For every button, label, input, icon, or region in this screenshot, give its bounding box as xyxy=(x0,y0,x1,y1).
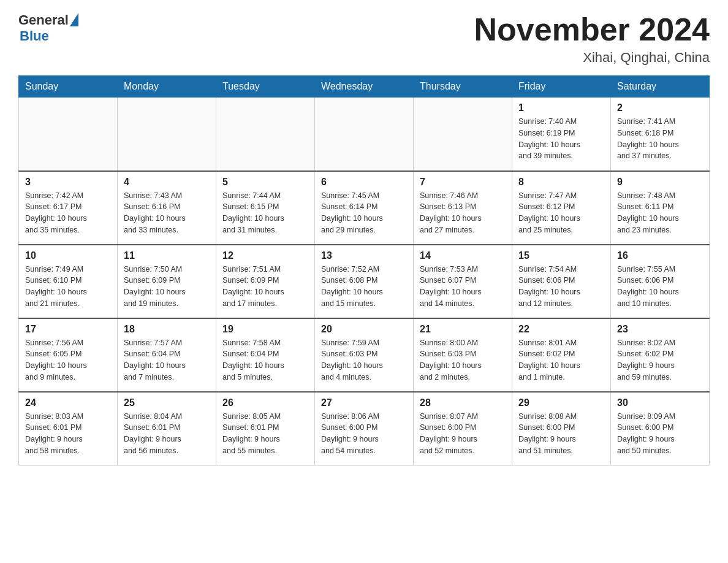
calendar-week-row: 10Sunrise: 7:49 AMSunset: 6:10 PMDayligh… xyxy=(19,245,710,318)
day-number: 16 xyxy=(617,250,703,261)
weekday-header-wednesday: Wednesday xyxy=(315,76,414,98)
calendar-cell: 22Sunrise: 8:01 AMSunset: 6:02 PMDayligh… xyxy=(512,318,611,392)
logo-triangle-icon xyxy=(70,13,78,26)
calendar-cell xyxy=(315,98,414,171)
calendar-cell: 24Sunrise: 8:03 AMSunset: 6:01 PMDayligh… xyxy=(19,392,118,465)
day-info: Sunrise: 8:07 AMSunset: 6:00 PMDaylight:… xyxy=(420,411,506,457)
weekday-header-row: SundayMondayTuesdayWednesdayThursdayFrid… xyxy=(19,76,710,98)
day-info: Sunrise: 8:01 AMSunset: 6:02 PMDaylight:… xyxy=(518,337,604,383)
calendar-cell: 16Sunrise: 7:55 AMSunset: 6:06 PMDayligh… xyxy=(611,245,710,318)
calendar-cell: 26Sunrise: 8:05 AMSunset: 6:01 PMDayligh… xyxy=(216,392,315,465)
calendar-week-row: 17Sunrise: 7:56 AMSunset: 6:05 PMDayligh… xyxy=(19,318,710,392)
location-text: Xihai, Qinghai, China xyxy=(474,50,710,66)
calendar-table: SundayMondayTuesdayWednesdayThursdayFrid… xyxy=(18,75,710,465)
day-number: 30 xyxy=(617,397,703,408)
page-header: General Blue November 2024 Xihai, Qingha… xyxy=(18,12,710,66)
day-number: 18 xyxy=(124,324,210,335)
day-number: 12 xyxy=(222,250,308,261)
calendar-cell: 17Sunrise: 7:56 AMSunset: 6:05 PMDayligh… xyxy=(19,318,118,392)
weekday-header-saturday: Saturday xyxy=(611,76,710,98)
calendar-cell: 29Sunrise: 8:08 AMSunset: 6:00 PMDayligh… xyxy=(512,392,611,465)
calendar-cell xyxy=(414,98,512,171)
calendar-cell: 21Sunrise: 8:00 AMSunset: 6:03 PMDayligh… xyxy=(414,318,512,392)
day-number: 11 xyxy=(124,250,210,261)
day-info: Sunrise: 8:02 AMSunset: 6:02 PMDaylight:… xyxy=(617,337,703,383)
day-info: Sunrise: 8:05 AMSunset: 6:01 PMDaylight:… xyxy=(222,411,308,457)
day-number: 23 xyxy=(617,324,703,335)
calendar-cell: 1Sunrise: 7:40 AMSunset: 6:19 PMDaylight… xyxy=(512,98,611,171)
calendar-cell xyxy=(19,98,118,171)
calendar-cell: 9Sunrise: 7:48 AMSunset: 6:11 PMDaylight… xyxy=(611,171,710,245)
calendar-cell: 5Sunrise: 7:44 AMSunset: 6:15 PMDaylight… xyxy=(216,171,315,245)
day-info: Sunrise: 7:59 AMSunset: 6:03 PMDaylight:… xyxy=(321,337,407,383)
day-number: 25 xyxy=(124,397,210,408)
calendar-cell: 13Sunrise: 7:52 AMSunset: 6:08 PMDayligh… xyxy=(315,245,414,318)
day-info: Sunrise: 7:48 AMSunset: 6:11 PMDaylight:… xyxy=(617,190,703,236)
calendar-cell: 15Sunrise: 7:54 AMSunset: 6:06 PMDayligh… xyxy=(512,245,611,318)
day-number: 19 xyxy=(222,324,308,335)
day-info: Sunrise: 7:52 AMSunset: 6:08 PMDaylight:… xyxy=(321,264,407,310)
calendar-cell xyxy=(216,98,315,171)
logo: General Blue xyxy=(18,12,78,44)
weekday-header-thursday: Thursday xyxy=(414,76,512,98)
day-number: 2 xyxy=(617,102,703,113)
day-info: Sunrise: 7:45 AMSunset: 6:14 PMDaylight:… xyxy=(321,190,407,236)
day-number: 1 xyxy=(518,102,604,113)
logo-general-text: General xyxy=(18,12,69,28)
day-info: Sunrise: 7:57 AMSunset: 6:04 PMDaylight:… xyxy=(124,337,210,383)
day-number: 17 xyxy=(25,324,111,335)
day-info: Sunrise: 8:00 AMSunset: 6:03 PMDaylight:… xyxy=(420,337,506,383)
day-number: 7 xyxy=(420,177,506,188)
weekday-header-monday: Monday xyxy=(118,76,216,98)
day-number: 13 xyxy=(321,250,407,261)
weekday-header-friday: Friday xyxy=(512,76,611,98)
calendar-cell: 4Sunrise: 7:43 AMSunset: 6:16 PMDaylight… xyxy=(118,171,216,245)
day-info: Sunrise: 8:03 AMSunset: 6:01 PMDaylight:… xyxy=(25,411,111,457)
calendar-cell: 18Sunrise: 7:57 AMSunset: 6:04 PMDayligh… xyxy=(118,318,216,392)
calendar-cell: 30Sunrise: 8:09 AMSunset: 6:00 PMDayligh… xyxy=(611,392,710,465)
day-number: 21 xyxy=(420,324,506,335)
day-info: Sunrise: 7:58 AMSunset: 6:04 PMDaylight:… xyxy=(222,337,308,383)
calendar-cell: 7Sunrise: 7:46 AMSunset: 6:13 PMDaylight… xyxy=(414,171,512,245)
day-number: 27 xyxy=(321,397,407,408)
day-number: 22 xyxy=(518,324,604,335)
day-info: Sunrise: 7:41 AMSunset: 6:18 PMDaylight:… xyxy=(617,116,703,162)
day-number: 14 xyxy=(420,250,506,261)
day-info: Sunrise: 7:46 AMSunset: 6:13 PMDaylight:… xyxy=(420,190,506,236)
calendar-cell: 23Sunrise: 8:02 AMSunset: 6:02 PMDayligh… xyxy=(611,318,710,392)
calendar-cell: 19Sunrise: 7:58 AMSunset: 6:04 PMDayligh… xyxy=(216,318,315,392)
day-number: 8 xyxy=(518,177,604,188)
day-info: Sunrise: 7:53 AMSunset: 6:07 PMDaylight:… xyxy=(420,264,506,310)
calendar-cell: 3Sunrise: 7:42 AMSunset: 6:17 PMDaylight… xyxy=(19,171,118,245)
day-number: 24 xyxy=(25,397,111,408)
day-number: 5 xyxy=(222,177,308,188)
day-info: Sunrise: 7:43 AMSunset: 6:16 PMDaylight:… xyxy=(124,190,210,236)
calendar-cell: 20Sunrise: 7:59 AMSunset: 6:03 PMDayligh… xyxy=(315,318,414,392)
day-number: 10 xyxy=(25,250,111,261)
day-info: Sunrise: 8:09 AMSunset: 6:00 PMDaylight:… xyxy=(617,411,703,457)
calendar-cell: 2Sunrise: 7:41 AMSunset: 6:18 PMDaylight… xyxy=(611,98,710,171)
weekday-header-tuesday: Tuesday xyxy=(216,76,315,98)
calendar-week-row: 1Sunrise: 7:40 AMSunset: 6:19 PMDaylight… xyxy=(19,98,710,171)
day-info: Sunrise: 7:40 AMSunset: 6:19 PMDaylight:… xyxy=(518,116,604,162)
day-number: 3 xyxy=(25,177,111,188)
day-info: Sunrise: 8:06 AMSunset: 6:00 PMDaylight:… xyxy=(321,411,407,457)
day-number: 28 xyxy=(420,397,506,408)
day-number: 29 xyxy=(518,397,604,408)
calendar-cell xyxy=(118,98,216,171)
day-info: Sunrise: 7:54 AMSunset: 6:06 PMDaylight:… xyxy=(518,264,604,310)
day-number: 4 xyxy=(124,177,210,188)
calendar-cell: 8Sunrise: 7:47 AMSunset: 6:12 PMDaylight… xyxy=(512,171,611,245)
day-info: Sunrise: 7:56 AMSunset: 6:05 PMDaylight:… xyxy=(25,337,111,383)
day-number: 6 xyxy=(321,177,407,188)
day-info: Sunrise: 7:44 AMSunset: 6:15 PMDaylight:… xyxy=(222,190,308,236)
calendar-week-row: 24Sunrise: 8:03 AMSunset: 6:01 PMDayligh… xyxy=(19,392,710,465)
logo-blue-text: Blue xyxy=(20,28,49,44)
calendar-cell: 14Sunrise: 7:53 AMSunset: 6:07 PMDayligh… xyxy=(414,245,512,318)
day-info: Sunrise: 7:55 AMSunset: 6:06 PMDaylight:… xyxy=(617,264,703,310)
day-info: Sunrise: 7:49 AMSunset: 6:10 PMDaylight:… xyxy=(25,264,111,310)
title-section: November 2024 Xihai, Qinghai, China xyxy=(474,12,710,66)
calendar-cell: 10Sunrise: 7:49 AMSunset: 6:10 PMDayligh… xyxy=(19,245,118,318)
weekday-header-sunday: Sunday xyxy=(19,76,118,98)
calendar-cell: 28Sunrise: 8:07 AMSunset: 6:00 PMDayligh… xyxy=(414,392,512,465)
